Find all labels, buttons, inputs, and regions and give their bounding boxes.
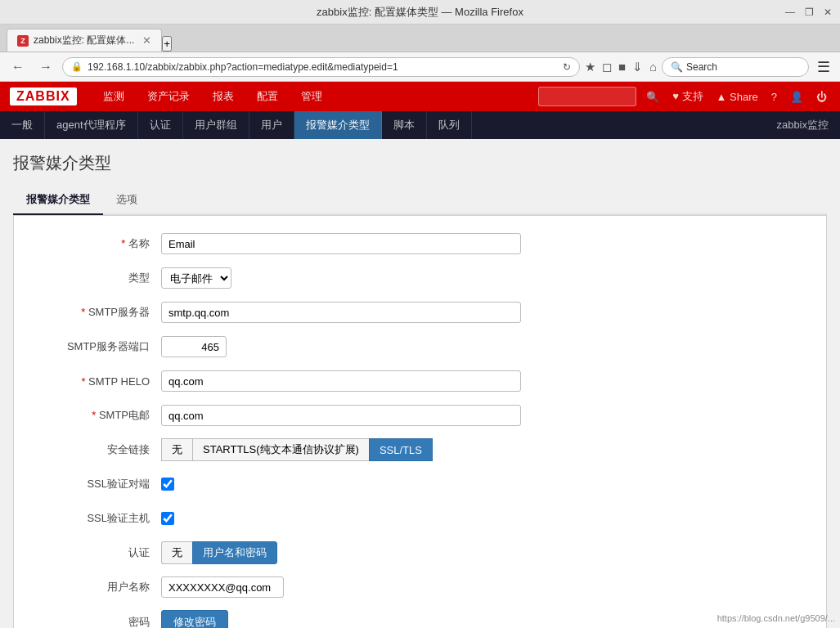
smtp-server-input[interactable] [161,302,521,323]
form-tabs: 报警媒介类型 选项 [13,186,827,215]
password-label: 密码 [30,615,161,628]
auth-label: 认证 [30,545,161,560]
reload-button[interactable]: ↻ [563,61,571,73]
type-label: 类型 [30,271,161,285]
type-row: 类型 电子邮件 [30,267,810,289]
search-submit-icon[interactable]: 🔍 [643,89,663,105]
support-link[interactable]: ♥ 支持 [669,87,706,105]
header-right: 🔍 ♥ 支持 ▲ Share ? 👤 ⏻ [538,87,830,106]
auth-userpass-btn[interactable]: 用户名和密码 [192,541,277,564]
conn-ssltls-btn[interactable]: SSL/TLS [369,438,433,461]
ssl-peer-row: SSL验证对端 [30,473,810,496]
conn-none-btn[interactable]: 无 [161,438,192,461]
browser-tabbar: Z zabbix监控: 配置媒体... ✕ + [0,25,840,52]
ssl-peer-label: SSL验证对端 [30,477,161,491]
user-icon[interactable]: 👤 [787,89,806,105]
window-title: zabbix监控: 配置媒体类型 — Mozilla Firefox [317,5,523,20]
smtp-email-input[interactable] [161,405,521,426]
nav-admin[interactable]: 管理 [291,84,332,109]
username-label: 用户名称 [30,580,161,594]
menu-icon[interactable]: ☰ [814,58,833,76]
subnav-queue[interactable]: 队列 [427,111,472,139]
lock-icon: 🔒 [71,61,83,72]
share-link[interactable]: ▲ Share [713,89,761,105]
smtp-port-label: SMTP服务器端口 [30,339,161,354]
smtp-server-row: SMTP服务器 [30,301,810,324]
subnav-general[interactable]: 一般 [0,111,45,139]
browser-titlebar: zabbix监控: 配置媒体类型 — Mozilla Firefox — ❐ ✕ [0,0,840,25]
name-label: 名称 [30,236,161,251]
minimize-button[interactable]: — [785,7,795,18]
sub-nav-site-label: zabbix监控 [765,111,840,139]
ssl-peer-checkbox[interactable] [161,478,174,491]
search-bar[interactable]: 🔍 Search [662,57,809,77]
smtp-port-row: SMTP服务器端口 [30,335,810,358]
smtp-helo-label: SMTP HELO [30,375,161,388]
footer-link: https://blog.csdn.net/g9509/... [717,613,835,623]
bookmark-icon[interactable]: ★ [585,60,595,74]
name-input[interactable] [161,233,521,254]
subnav-auth[interactable]: 认证 [138,111,183,139]
help-icon[interactable]: ? [768,89,780,105]
form-card: 名称 类型 电子邮件 SMTP服务器 SMTP服务器端口 SMTP HELO S [13,215,827,628]
conn-security-label: 安全链接 [30,442,161,457]
subnav-media-type[interactable]: 报警媒介类型 [294,111,382,139]
new-tab-button[interactable]: + [162,36,172,52]
nav-config[interactable]: 配置 [247,84,288,109]
zabbix-logo: ZABBIX [10,87,77,105]
nav-monitor[interactable]: 监测 [93,84,134,109]
power-icon[interactable]: ⏻ [813,89,830,105]
subnav-scripts[interactable]: 脚本 [382,111,427,139]
smtp-helo-row: SMTP HELO [30,370,810,392]
url-text: 192.168.1.10/zabbix/zabbix.php?action=me… [88,61,558,73]
sub-nav: 一般 agent代理程序 认证 用户群组 用户 报警媒介类型 脚本 队列 zab… [0,111,840,139]
username-input[interactable] [161,576,284,598]
username-row: 用户名称 [30,576,810,599]
browser-addressbar: ← → 🔒 192.168.1.10/zabbix/zabbix.php?act… [0,52,840,82]
ssl-host-row: SSL验证主机 [30,507,810,530]
tab-options[interactable]: 选项 [103,186,150,215]
smtp-port-input[interactable] [161,336,227,357]
tab-close-button[interactable]: ✕ [142,34,151,47]
home-icon[interactable]: ⌂ [649,60,657,74]
ssl-host-label: SSL验证主机 [30,511,161,526]
nav-report[interactable]: 报表 [203,84,244,109]
auth-none-btn[interactable]: 无 [161,541,192,564]
zabbix-main-nav: 监测 资产记录 报表 配置 管理 [93,84,523,109]
smtp-helo-input[interactable] [161,370,521,392]
auth-row: 认证 无 用户名和密码 [30,541,810,564]
smtp-email-label: SMTP电邮 [30,408,161,423]
forward-button[interactable]: → [34,58,57,76]
tab-favicon: Z [17,35,29,47]
auth-group: 无 用户名和密码 [161,541,277,564]
download-icon[interactable]: ⇓ [632,60,643,74]
subnav-users[interactable]: 用户 [249,111,294,139]
password-row: 密码 修改密码 [30,610,810,628]
browser-toolbar-icons: ★ ◻ ■ ⇓ ⌂ [585,60,657,74]
back-button[interactable]: ← [7,58,29,76]
subnav-user-group[interactable]: 用户群组 [183,111,249,139]
tab-media-type[interactable]: 报警媒介类型 [13,186,103,215]
conn-starttls-btn[interactable]: STARTTLS(纯文本通信协议扩展) [192,438,369,461]
smtp-server-label: SMTP服务器 [30,305,161,320]
restore-button[interactable]: ❐ [805,7,814,18]
nav-assets[interactable]: 资产记录 [137,84,200,109]
ssl-host-checkbox[interactable] [161,512,174,525]
smtp-email-row: SMTP电邮 [30,404,810,427]
header-search-input[interactable] [538,87,636,106]
subnav-agent-proxy[interactable]: agent代理程序 [45,111,138,139]
name-row: 名称 [30,232,810,255]
window-controls[interactable]: — ❐ ✕ [785,7,832,18]
reader-icon[interactable]: ◻ [602,60,612,74]
address-bar[interactable]: 🔒 192.168.1.10/zabbix/zabbix.php?action=… [62,57,580,77]
type-select[interactable]: 电子邮件 [161,267,231,289]
page-title: 报警媒介类型 [13,152,827,174]
close-button[interactable]: ✕ [824,7,832,18]
tab-label: zabbix监控: 配置媒体... [34,34,134,47]
browser-tab[interactable]: Z zabbix监控: 配置媒体... ✕ [7,29,162,52]
search-icon: 🔍 [671,61,683,73]
page-content: 报警媒介类型 报警媒介类型 选项 名称 类型 电子邮件 SMTP服务器 SMTP… [0,139,840,628]
zabbix-header: ZABBIX 监测 资产记录 报表 配置 管理 🔍 ♥ 支持 ▲ Share ?… [0,82,840,111]
change-password-button[interactable]: 修改密码 [161,610,228,628]
shield-icon[interactable]: ■ [618,60,626,74]
